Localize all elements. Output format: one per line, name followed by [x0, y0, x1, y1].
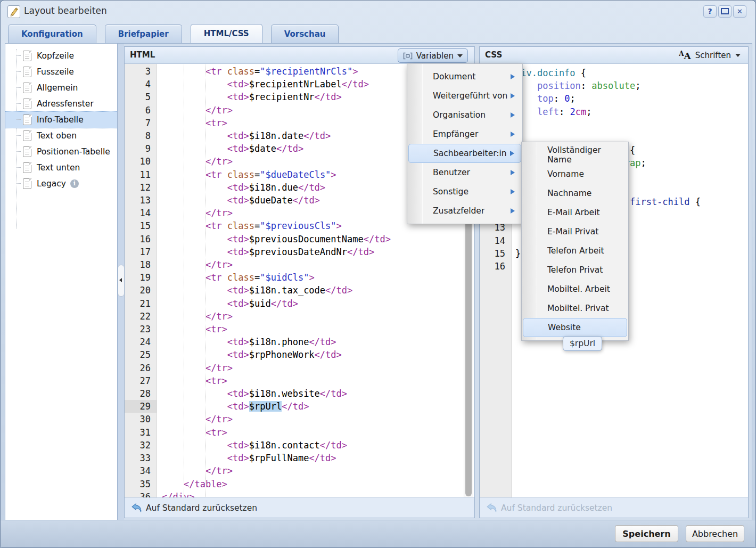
cancel-button[interactable]: Abbrechen [686, 525, 744, 542]
code-token: <tr [206, 220, 222, 231]
code-line[interactable]: <td>$rpUrl</td> [162, 400, 474, 413]
menu-item-empf-nger[interactable]: Empfänger [408, 125, 521, 144]
code-token [162, 401, 227, 412]
code-line[interactable]: position: absolute; [515, 79, 748, 92]
document-icon [23, 51, 31, 61]
code-token [162, 195, 227, 206]
menu-item-label: Empfänger [433, 129, 478, 139]
code-line[interactable]: <td>$i18n.website</td> [162, 387, 474, 400]
maximize-button[interactable] [718, 5, 732, 18]
sidebar-splitter[interactable] [118, 44, 124, 521]
document-icon [23, 146, 31, 157]
code-token: <tr> [206, 324, 227, 334]
code-token: </tr> [206, 208, 233, 218]
sidebar-item-allgemein[interactable]: Allgemein [5, 80, 118, 96]
sidebar-item-info-tabelle[interactable]: Info-Tabelle [5, 111, 118, 128]
code-token: $dueDate [249, 195, 293, 206]
submenu-item-telefon-arbeit[interactable]: Telefon Arbeit [523, 241, 627, 260]
code-line[interactable]: </tr> [162, 413, 474, 426]
sidebar-item-fusszeile[interactable]: Fusszeile [5, 64, 118, 80]
sidebar-item-legacy[interactable]: Legacyi [5, 176, 118, 192]
menu-item-weitergef-hrt-von[interactable]: Weitergeführt von [408, 86, 521, 105]
tab-vorschau[interactable]: Vorschau [271, 24, 339, 43]
menu-item-benutzer[interactable]: Benutzer [408, 163, 521, 182]
code-line[interactable]: <tr> [162, 426, 474, 439]
sidebar-item-text-unten[interactable]: Text unten [5, 160, 118, 176]
code-token: "$dueDateCls" [260, 169, 331, 180]
submenu-item-e-mail-arbeit[interactable]: E-Mail Arbeit [523, 203, 627, 222]
submenu-item-label: E-Mail Arbeit [547, 208, 600, 217]
variables-button[interactable]: Variablen [398, 48, 468, 63]
reset-to-default-button[interactable]: Auf Standard zurücksetzen [146, 503, 257, 513]
save-button[interactable]: Speichern [615, 525, 678, 542]
line-number: 16 [125, 233, 157, 246]
sidebar-item-adressfenster[interactable]: Adressfenster [5, 96, 118, 112]
code-line[interactable]: <td>$i18n.phone</td> [162, 336, 474, 348]
code-token [222, 66, 227, 77]
help-button[interactable]: ? [703, 5, 717, 18]
code-token: </tr> [206, 465, 233, 476]
line-number: 5 [125, 91, 157, 103]
code-line[interactable]: </tr> [162, 464, 474, 477]
maximize-icon [721, 8, 729, 14]
code-line[interactable]: div.docinfo { [515, 67, 748, 79]
code-line[interactable]: </tr> [162, 362, 474, 374]
code-line[interactable]: left: 2cm; [515, 105, 748, 118]
code-line[interactable]: <td>$previousDocumentName</td> [162, 233, 474, 246]
line-number: 24 [125, 336, 157, 348]
code-line[interactable]: } [515, 118, 748, 131]
menu-item-label: Sachbearbeiter:in [433, 149, 507, 158]
code-line[interactable]: <td>$rpFullName</td> [162, 452, 474, 464]
submenu-item-telefon-privat[interactable]: Telefon Privat [523, 260, 627, 280]
code-token: <td> [227, 234, 249, 244]
menu-item-sonstige[interactable]: Sonstige [408, 182, 521, 201]
line-number: 9 [125, 142, 157, 155]
submenu-item-vollst-ndiger-name[interactable]: Vollständiger Name [523, 145, 627, 165]
code-token: </td> [347, 247, 374, 257]
fonts-button[interactable]: AA Schriften [679, 49, 741, 62]
sidebar-item-label: Text unten [37, 163, 80, 173]
sidebar-item-label: Adressfenster [37, 99, 94, 109]
submenu-item-label: Telefon Arbeit [547, 246, 604, 256]
document-icon [23, 178, 31, 189]
code-line[interactable]: <tr> [162, 374, 474, 387]
variables-button-label: Variablen [416, 51, 454, 61]
code-token: $date [249, 143, 276, 154]
code-line[interactable]: </tr> [162, 310, 474, 323]
submenu-item-mobiltel-privat[interactable]: Mobiltel. Privat [523, 299, 627, 318]
pencil-icon [7, 5, 20, 18]
code-line[interactable]: <tr> [162, 323, 474, 336]
code-line[interactable]: </table> [162, 478, 474, 490]
tab-briefpapier[interactable]: Briefpapier [105, 24, 182, 43]
code-line[interactable]: <td>$i18n.tax_code</td> [162, 284, 474, 297]
variable-tooltip: $rpUrl [563, 336, 602, 351]
sidebar-item-text-oben[interactable]: Text oben [5, 128, 118, 144]
close-button[interactable]: ✕ [733, 5, 746, 18]
code-line[interactable]: </tr> [162, 258, 474, 271]
menu-item-zusatzfelder[interactable]: Zusatzfelder [408, 201, 521, 220]
code-token: <td> [227, 130, 249, 141]
code-token: </tr> [206, 311, 233, 322]
submenu-item-website[interactable]: Website [523, 318, 627, 337]
code-line[interactable]: <td>$uid</td> [162, 297, 474, 310]
code-line[interactable]: <tr class="$uidCls"> [162, 271, 474, 284]
submenu-item-e-mail-privat[interactable]: E-Mail Privat [523, 222, 627, 241]
submenu-item-mobiltel-arbeit[interactable]: Mobiltel. Arbeit [523, 280, 627, 299]
sidebar-item-positionen-tabelle[interactable]: Positionen-Tabelle [5, 144, 118, 160]
code-line[interactable]: <td>$i18n.contact</td> [162, 439, 474, 452]
menu-item-label: Organisation [433, 110, 486, 120]
submenu-item-nachname[interactable]: Nachname [523, 184, 627, 203]
code-line[interactable]: </div> [162, 490, 474, 498]
submenu-item-vorname[interactable]: Vorname [523, 165, 627, 184]
info-icon[interactable]: i [70, 179, 79, 188]
menu-item-organisation[interactable]: Organisation [408, 105, 521, 125]
sidebar-item-kopfzeile[interactable]: Kopfzeile [5, 48, 118, 64]
code-line[interactable]: <td>$previousDateAndNr</td> [162, 246, 474, 258]
tab-konfiguration[interactable]: Konfiguration [8, 24, 96, 43]
code-line[interactable]: <td>$rpPhoneWork</td> [162, 348, 474, 361]
tab-html-css[interactable]: HTML/CSS [191, 24, 262, 43]
code-line[interactable]: top: 0; [515, 92, 748, 105]
menu-item-dokument[interactable]: Dokument [408, 67, 521, 86]
code-token: $i18n.phone [249, 337, 309, 347]
menu-item-sachbearbeiter-in[interactable]: Sachbearbeiter:in [408, 144, 521, 163]
